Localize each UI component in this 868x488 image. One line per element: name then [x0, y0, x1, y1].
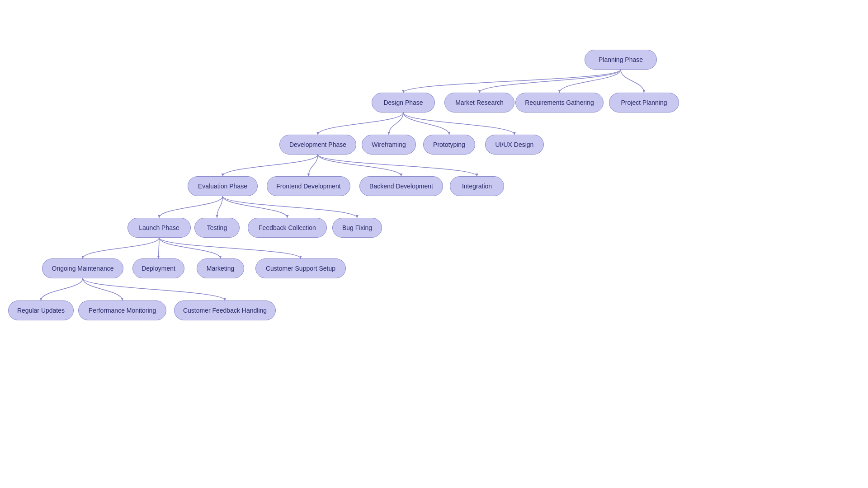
- node-custfeedback[interactable]: Customer Feedback Handling: [174, 300, 276, 320]
- node-planning[interactable]: Planning Phase: [585, 50, 657, 70]
- node-market[interactable]: Market Research: [444, 93, 514, 113]
- node-deployment[interactable]: Deployment: [132, 258, 184, 278]
- node-wireframing[interactable]: Wireframing: [362, 135, 416, 155]
- node-bugfixing[interactable]: Bug Fixing: [332, 218, 382, 238]
- node-regularupdates[interactable]: Regular Updates: [8, 300, 74, 320]
- node-backend[interactable]: Backend Development: [359, 176, 443, 196]
- node-development[interactable]: Development Phase: [279, 135, 356, 155]
- node-frontend[interactable]: Frontend Development: [267, 176, 350, 196]
- node-prototyping[interactable]: Prototyping: [423, 135, 475, 155]
- node-perfmon[interactable]: Performance Monitoring: [78, 300, 166, 320]
- node-launch[interactable]: Launch Phase: [127, 218, 191, 238]
- node-ongoing[interactable]: Ongoing Maintenance: [42, 258, 123, 278]
- node-design[interactable]: Design Phase: [372, 93, 435, 113]
- node-uiux[interactable]: UI/UX Design: [485, 135, 544, 155]
- node-requirements[interactable]: Requirements Gathering: [515, 93, 604, 113]
- node-project[interactable]: Project Planning: [609, 93, 679, 113]
- node-evaluation[interactable]: Evaluation Phase: [188, 176, 258, 196]
- node-feedback[interactable]: Feedback Collection: [248, 218, 327, 238]
- node-marketing[interactable]: Marketing: [197, 258, 244, 278]
- node-customersupport[interactable]: Customer Support Setup: [255, 258, 346, 278]
- node-integration[interactable]: Integration: [450, 176, 504, 196]
- node-testing[interactable]: Testing: [194, 218, 240, 238]
- diagram-svg: [0, 0, 868, 488]
